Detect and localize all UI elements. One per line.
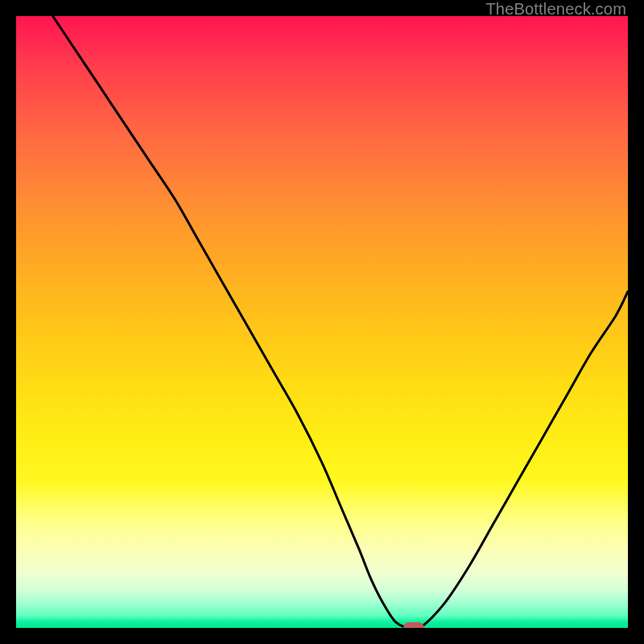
watermark-text: TheBottleneck.com bbox=[485, 0, 626, 19]
optimal-marker bbox=[403, 622, 424, 628]
plot-area bbox=[16, 16, 628, 628]
bottleneck-curve bbox=[53, 16, 628, 628]
chart-container: TheBottleneck.com bbox=[0, 0, 644, 644]
curve-svg bbox=[16, 16, 628, 628]
